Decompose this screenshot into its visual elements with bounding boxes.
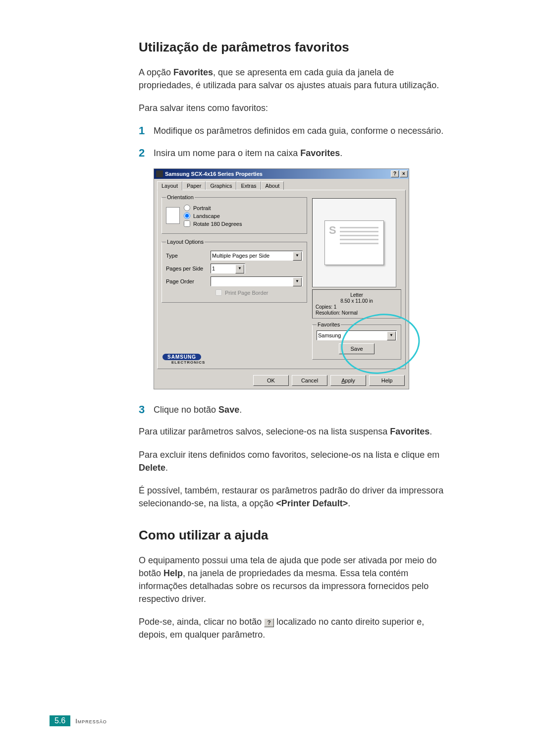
tab-panel: Orientation Portrait Landscape Rotate 18… xyxy=(157,190,406,369)
heading-help: Como utilizar a ajuda xyxy=(139,528,451,543)
logo-text: SAMSUNG xyxy=(162,354,201,360)
page-order-label: Page Order xyxy=(166,278,211,284)
samsung-logo: SAMSUNG ELECTRONICS xyxy=(162,354,205,365)
page-number-badge: 5.6 xyxy=(50,715,70,726)
delete-paragraph: Para excluir itens definidos como favori… xyxy=(139,448,451,474)
text: Para utilizar parâmetros salvos, selecio… xyxy=(139,427,390,436)
tab-extras[interactable]: Extras xyxy=(236,181,261,190)
bold-favorites: Favorites xyxy=(300,148,340,158)
ok-button[interactable]: OK xyxy=(253,375,289,386)
heading-favorites: Utilização de parâmetros favoritos xyxy=(139,40,451,55)
text: Pode-se, ainda, clicar no botão xyxy=(139,617,264,627)
paper-name: Letter xyxy=(316,292,398,298)
paper-info: Letter 8.50 x 11.00 in Copies: 1 Resolut… xyxy=(312,289,401,319)
step-number: 1 xyxy=(139,124,154,137)
properties-dialog: Samsung SCX-4x16 Series Properties ? × L… xyxy=(154,168,409,389)
bold-favorites: Favorites xyxy=(173,67,213,77)
print-border-label: Print Page Border xyxy=(225,290,268,296)
close-button[interactable]: × xyxy=(400,170,408,177)
chapter-name: Impressão xyxy=(75,717,107,725)
use-saved-paragraph: Para utilizar parâmetros salvos, selecio… xyxy=(139,425,451,438)
text: Insira um nome para o item na caixa xyxy=(154,148,300,158)
type-label: Type xyxy=(166,253,211,259)
window-title: Samsung SCX-4x16 Series Properties xyxy=(165,171,390,177)
tab-about[interactable]: About xyxy=(261,181,284,190)
favorites-legend: Favorites xyxy=(317,322,341,327)
copies-info: Copies: 1 xyxy=(316,304,398,310)
intro-paragraph: A opção Favorites, que se apresenta em c… xyxy=(139,66,451,92)
text: . xyxy=(429,427,432,436)
step-text: Modifique os parâmetros definidos em cad… xyxy=(154,124,443,137)
step-3: 3 Clique no botão Save. xyxy=(139,403,451,416)
bold-delete: Delete xyxy=(139,463,165,473)
text: . xyxy=(348,498,350,508)
text: . xyxy=(239,405,242,415)
tab-paper[interactable]: Paper xyxy=(182,181,206,190)
dialog-button-bar: OK Cancel Apply Help xyxy=(154,372,409,389)
step-number: 2 xyxy=(139,147,154,160)
save-intro: Para salvar itens como favoritos: xyxy=(139,102,451,114)
printer-icon xyxy=(156,170,163,177)
help-button[interactable]: Help xyxy=(369,375,405,386)
restore-default-paragraph: É possível, também, restaurar os parâmet… xyxy=(139,484,451,510)
pages-per-side-select[interactable] xyxy=(211,264,245,273)
type-select[interactable] xyxy=(211,251,303,261)
help-titlebar-button[interactable]: ? xyxy=(391,170,399,177)
portrait-label: Portrait xyxy=(193,205,211,211)
page-order-select xyxy=(211,276,303,286)
step-text: Insira um nome para o item na caixa Favo… xyxy=(154,147,342,160)
text: . xyxy=(340,148,342,158)
pages-per-side-label: Pages per Side xyxy=(166,266,211,271)
tab-layout[interactable]: Layout xyxy=(157,181,182,190)
landscape-label: Landscape xyxy=(193,213,220,219)
logo-subtext: ELECTRONICS xyxy=(171,360,205,365)
help-paragraph-2: Pode-se, ainda, clicar no botão ? locali… xyxy=(139,615,451,641)
text: . xyxy=(165,463,168,473)
help-paragraph-1: O equipamento possui uma tela de ajuda q… xyxy=(139,554,451,605)
layout-options-group: Layout Options Type Pages per Side xyxy=(161,239,307,303)
apply-rest: pply xyxy=(345,378,355,383)
step-2: 2 Insira um nome para o item na caixa Fa… xyxy=(139,147,451,160)
cancel-button[interactable]: Cancel xyxy=(292,375,327,386)
text: A opção xyxy=(139,67,173,77)
text: Clique no botão xyxy=(154,405,218,415)
step-1: 1 Modifique os parâmetros definidos em c… xyxy=(139,124,451,137)
tab-strip: Layout Paper Graphics Extras About xyxy=(154,179,409,190)
layout-options-legend: Layout Options xyxy=(166,239,205,245)
step-number: 3 xyxy=(139,403,154,416)
page-footer: 5.6 Impressão xyxy=(50,715,107,726)
bold-help: Help xyxy=(163,568,183,578)
orientation-legend: Orientation xyxy=(166,194,195,200)
favorites-group: Favorites Save xyxy=(312,322,401,360)
apply-button[interactable]: Apply xyxy=(330,375,366,386)
landscape-radio[interactable] xyxy=(184,213,190,219)
favorites-input[interactable] xyxy=(317,330,397,340)
orientation-group: Orientation Portrait Landscape Rotate 18… xyxy=(161,194,307,234)
print-border-checkbox xyxy=(215,289,222,296)
tab-graphics[interactable]: Graphics xyxy=(206,181,236,190)
paper-size: 8.50 x 11.00 in xyxy=(316,298,398,304)
save-button[interactable]: Save xyxy=(339,343,374,354)
portrait-radio[interactable] xyxy=(184,205,190,211)
page-preview: S xyxy=(312,198,396,287)
resolution-info: Resolution: Normal xyxy=(316,310,398,316)
question-mark-icon: ? xyxy=(264,618,274,627)
rotate-label: Rotate 180 Degrees xyxy=(193,221,242,227)
rotate-checkbox[interactable] xyxy=(184,220,190,227)
step-text: Clique no botão Save. xyxy=(154,403,242,416)
titlebar: Samsung SCX-4x16 Series Properties ? × xyxy=(154,169,409,179)
bold-favorites: Favorites xyxy=(390,427,429,436)
text: Para excluir itens definidos como favori… xyxy=(139,450,439,460)
preview-page-icon: S xyxy=(324,220,384,265)
bold-save: Save xyxy=(218,405,239,415)
orientation-preview-icon xyxy=(166,207,180,224)
bold-printer-default: <Printer Default> xyxy=(276,498,348,508)
